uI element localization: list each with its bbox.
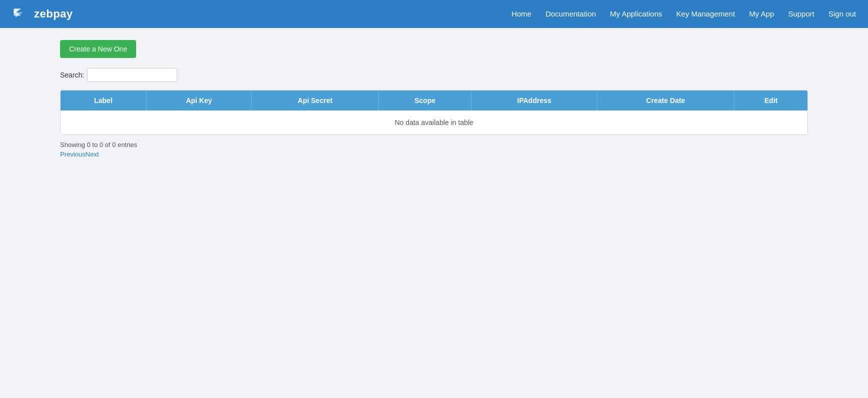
main-content: Create a New One Search: Label Api Key A… — [0, 28, 868, 170]
table-header: Label Api Key Api Secret Scope IPAddress… — [61, 90, 807, 110]
col-header-api-secret: Api Secret — [252, 90, 378, 110]
nav-item-sign-out[interactable]: Sign out — [828, 10, 856, 18]
nav-item-home[interactable]: Home — [512, 10, 532, 18]
col-header-ip-address: IPAddress — [472, 90, 597, 110]
pagination-next-link[interactable]: Next — [86, 150, 99, 158]
nav-link-key-management[interactable]: Key Management — [676, 10, 735, 18]
nav-link-my-app[interactable]: My App — [749, 10, 774, 18]
create-new-button[interactable]: Create a New One — [60, 40, 136, 58]
nav-item-key-management[interactable]: Key Management — [676, 10, 735, 18]
col-header-api-key: Api Key — [146, 90, 252, 110]
nav-link-sign-out[interactable]: Sign out — [828, 10, 856, 18]
nav-item-my-applications[interactable]: My Applications — [610, 10, 662, 18]
col-header-edit: Edit — [734, 90, 807, 110]
search-label: Search: — [60, 71, 84, 79]
table-empty-message: No data available in table — [61, 110, 807, 134]
nav-link-documentation[interactable]: Documentation — [546, 10, 596, 18]
nav-link-my-applications[interactable]: My Applications — [610, 10, 662, 18]
nav-item-documentation[interactable]: Documentation — [546, 10, 596, 18]
search-container: Search: — [60, 68, 808, 82]
table-empty-row: No data available in table — [61, 110, 807, 134]
nav-link-support[interactable]: Support — [788, 10, 814, 18]
pagination-previous-link[interactable]: Previous — [60, 150, 86, 158]
navbar: zebpay Home Documentation My Application… — [0, 0, 868, 28]
nav-item-support[interactable]: Support — [788, 10, 814, 18]
brand-logo[interactable]: zebpay — [12, 5, 73, 23]
pagination-links: Previous Next — [60, 150, 808, 158]
nav-item-my-app[interactable]: My App — [749, 10, 774, 18]
search-input[interactable] — [87, 68, 177, 82]
nav-menu: Home Documentation My Applications Key M… — [512, 10, 856, 18]
pagination-info: Showing 0 to 0 of 0 entries — [60, 141, 808, 148]
table-body: No data available in table — [61, 110, 807, 134]
data-table-container: Label Api Key Api Secret Scope IPAddress… — [60, 90, 808, 135]
col-header-label: Label — [61, 90, 146, 110]
zebpay-logo-icon — [12, 5, 30, 23]
nav-link-home[interactable]: Home — [512, 10, 532, 18]
col-header-scope: Scope — [378, 90, 472, 110]
api-keys-table: Label Api Key Api Secret Scope IPAddress… — [61, 90, 807, 134]
brand-name-text: zebpay — [34, 8, 73, 20]
table-header-row: Label Api Key Api Secret Scope IPAddress… — [61, 90, 807, 110]
col-header-create-date: Create Date — [597, 90, 734, 110]
